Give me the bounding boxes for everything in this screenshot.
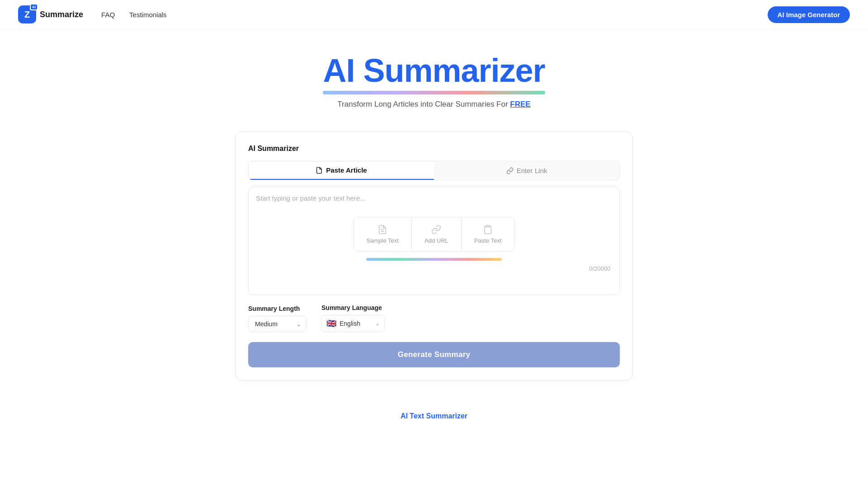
logo-letter: Z (24, 9, 30, 20)
input-actions: Sample Text Add URL Paste Text (354, 217, 515, 252)
bottom-link[interactable]: AI Text Summarizer (401, 412, 467, 420)
tab-enter-link[interactable]: Enter Link (434, 161, 619, 180)
generate-summary-button[interactable]: Generate Summary (248, 342, 620, 367)
summary-language-select[interactable]: English Spanish French German Arabic (340, 320, 372, 327)
add-url-button[interactable]: Add URL (412, 217, 462, 251)
paste-text-icon (483, 225, 493, 235)
text-input-area[interactable]: Start typing or paste your text here... … (248, 187, 620, 295)
language-flag: 🇬🇧 (326, 319, 336, 328)
sample-text-icon (377, 225, 387, 235)
summary-length-select-wrap[interactable]: Short Medium Long (248, 316, 307, 332)
hero-section: AI Summarizer Transform Long Articles in… (0, 29, 868, 118)
tab-bar: Paste Article Enter Link (248, 161, 620, 180)
summary-length-group: Summary Length Short Medium Long (248, 305, 307, 332)
tab-paste-article[interactable]: Paste Article (249, 161, 434, 180)
language-arrow-icon: ⌄ (375, 320, 380, 327)
summarizer-card: AI Summarizer Paste Article Enter Link S… (235, 131, 633, 380)
sample-text-button[interactable]: Sample Text (354, 217, 412, 251)
nav-links: FAQ Testimonials (101, 11, 768, 19)
summary-language-group: Summary Language 🇬🇧 English Spanish Fren… (321, 304, 385, 332)
ai-image-generator-button[interactable]: AI Image Generator (768, 6, 850, 23)
doc-icon (316, 167, 323, 174)
hero-free-link[interactable]: FREE (510, 100, 530, 108)
summary-length-label: Summary Length (248, 305, 307, 312)
link-icon (506, 167, 514, 174)
summary-length-select[interactable]: Short Medium Long (248, 316, 307, 332)
hero-underline (323, 91, 545, 94)
logo-icon: Z AI (18, 5, 36, 23)
logo[interactable]: Z AI Summarize (18, 5, 83, 23)
textarea-placeholder: Start typing or paste your text here... (256, 194, 366, 202)
bottom-section: AI Text Summarizer (0, 394, 868, 429)
summary-language-select-wrap[interactable]: 🇬🇧 English Spanish French German Arabic … (321, 315, 385, 332)
add-url-icon (431, 225, 441, 235)
hero-subtitle: Transform Long Articles into Clear Summa… (9, 100, 859, 109)
nav-right: AI Image Generator (768, 6, 850, 23)
controls-row: Summary Length Short Medium Long Summary… (248, 304, 620, 332)
card-title: AI Summarizer (248, 145, 620, 153)
paste-text-button[interactable]: Paste Text (462, 217, 514, 251)
rainbow-bar (366, 258, 502, 261)
navbar: Z AI Summarize FAQ Testimonials AI Image… (0, 0, 868, 29)
logo-name: Summarize (40, 10, 83, 19)
nav-testimonials[interactable]: Testimonials (129, 11, 167, 19)
logo-badge: AI (30, 4, 38, 10)
svg-rect-2 (486, 225, 489, 227)
hero-title: AI Summarizer (323, 52, 545, 89)
char-count: 0/20000 (256, 265, 612, 272)
nav-faq[interactable]: FAQ (101, 11, 115, 19)
summary-language-label: Summary Language (321, 304, 385, 311)
